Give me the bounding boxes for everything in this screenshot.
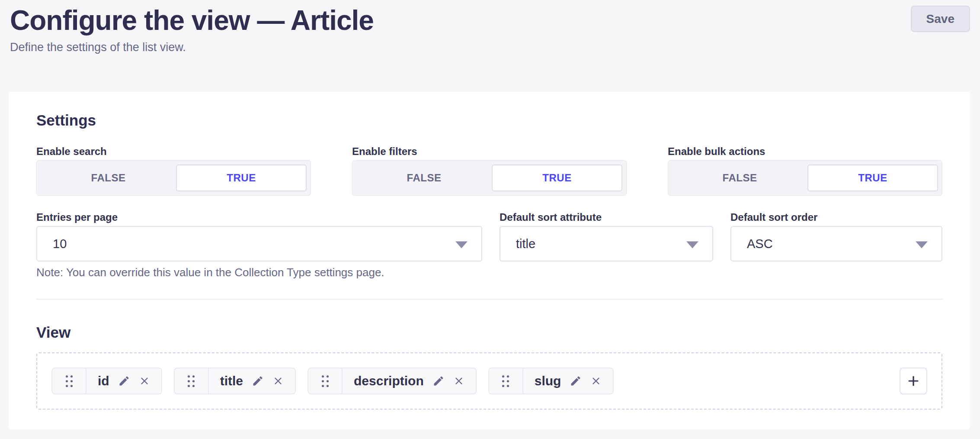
entries-per-page-label: Entries per page: [36, 211, 482, 223]
entries-per-page-select[interactable]: 10: [36, 226, 482, 261]
field-pill-label: id: [98, 374, 109, 388]
field-pill-description[interactable]: description: [307, 368, 477, 394]
field-pill-label: title: [220, 374, 243, 388]
field-list-dropzone: id: [36, 352, 942, 410]
edit-field-button[interactable]: [252, 375, 264, 387]
edit-field-button[interactable]: [432, 375, 445, 387]
enable-search-toggle: FALSE TRUE: [36, 160, 311, 196]
default-sort-order-select[interactable]: ASC: [730, 226, 942, 261]
enable-bulk-actions-true-option[interactable]: TRUE: [807, 165, 938, 191]
toggles-row: Enable search FALSE TRUE Enable filters …: [36, 145, 942, 196]
close-icon: [139, 375, 150, 387]
enable-bulk-actions-label: Enable bulk actions: [668, 145, 942, 158]
section-divider: [36, 299, 942, 300]
field-pill-body: id: [86, 368, 161, 394]
page-subtitle: Define the settings of the list view.: [10, 41, 970, 54]
settings-section-heading: Settings: [36, 112, 942, 129]
default-sort-order-group: Default sort order ASC: [730, 211, 942, 261]
field-pill-row: id: [51, 368, 614, 394]
drag-handle[interactable]: [175, 368, 209, 394]
enable-search-label: Enable search: [36, 145, 311, 158]
entries-per-page-value: 10: [53, 237, 67, 251]
entries-per-page-note: Note: You can override this value in the…: [36, 267, 482, 278]
close-icon: [272, 375, 284, 387]
pencil-icon: [570, 375, 582, 387]
entries-per-page-group: Entries per page 10 Note: You can overri…: [36, 211, 482, 278]
remove-field-button[interactable]: [272, 375, 284, 387]
field-pill-slug[interactable]: slug: [488, 368, 614, 394]
drag-handle[interactable]: [308, 368, 343, 394]
field-pill-label: slug: [535, 374, 561, 388]
drag-handle-icon: [187, 375, 195, 387]
enable-filters-false-option[interactable]: FALSE: [356, 165, 492, 191]
add-field-button[interactable]: [900, 368, 927, 394]
save-button[interactable]: Save: [911, 6, 970, 32]
remove-field-button[interactable]: [139, 375, 150, 387]
enable-bulk-actions-group: Enable bulk actions FALSE TRUE: [668, 145, 942, 196]
page-title: Configure the view — Article: [10, 5, 970, 36]
field-pill-body: description: [343, 368, 476, 394]
remove-field-button[interactable]: [590, 375, 602, 387]
edit-field-button[interactable]: [570, 375, 582, 387]
default-sort-attribute-value: title: [516, 237, 535, 251]
caret-down-icon: [916, 241, 928, 248]
enable-search-group: Enable search FALSE TRUE: [36, 145, 311, 196]
caret-down-icon: [686, 241, 698, 248]
default-sort-attribute-select[interactable]: title: [500, 226, 713, 261]
default-sort-order-value: ASC: [747, 237, 773, 251]
selects-row: Entries per page 10 Note: You can overri…: [36, 211, 942, 278]
plus-icon: [906, 374, 920, 388]
drag-handle-icon: [502, 375, 509, 387]
enable-search-true-option[interactable]: TRUE: [176, 165, 307, 191]
close-icon: [453, 375, 464, 387]
drag-handle[interactable]: [52, 368, 86, 394]
enable-filters-toggle: FALSE TRUE: [352, 160, 627, 196]
enable-search-false-option[interactable]: FALSE: [41, 165, 176, 191]
drag-handle[interactable]: [489, 368, 523, 394]
edit-field-button[interactable]: [118, 375, 130, 387]
field-pill-id[interactable]: id: [51, 368, 162, 394]
field-pill-body: title: [209, 368, 295, 394]
enable-filters-label: Enable filters: [352, 145, 627, 158]
settings-card: Settings Enable search FALSE TRUE Enable…: [9, 92, 970, 429]
enable-filters-true-option[interactable]: TRUE: [492, 165, 622, 191]
caret-down-icon: [455, 241, 468, 248]
field-pill-title[interactable]: title: [174, 368, 296, 394]
enable-filters-group: Enable filters FALSE TRUE: [352, 145, 627, 196]
configure-view-page: Configure the view — Article Define the …: [0, 0, 980, 439]
drag-handle-icon: [321, 375, 329, 387]
field-pill-body: slug: [523, 368, 613, 394]
page-header: Configure the view — Article Define the …: [10, 0, 970, 92]
field-pill-label: description: [354, 374, 424, 388]
pencil-icon: [252, 375, 264, 387]
pencil-icon: [118, 375, 130, 387]
remove-field-button[interactable]: [453, 375, 464, 387]
view-section-heading: View: [36, 324, 942, 341]
enable-bulk-actions-false-option[interactable]: FALSE: [672, 165, 807, 191]
enable-bulk-actions-toggle: FALSE TRUE: [668, 160, 942, 196]
pencil-icon: [432, 375, 445, 387]
close-icon: [590, 375, 602, 387]
default-sort-attribute-group: Default sort attribute title: [500, 211, 713, 261]
default-sort-order-label: Default sort order: [730, 211, 942, 223]
drag-handle-icon: [65, 375, 73, 387]
default-sort-attribute-label: Default sort attribute: [500, 211, 713, 223]
